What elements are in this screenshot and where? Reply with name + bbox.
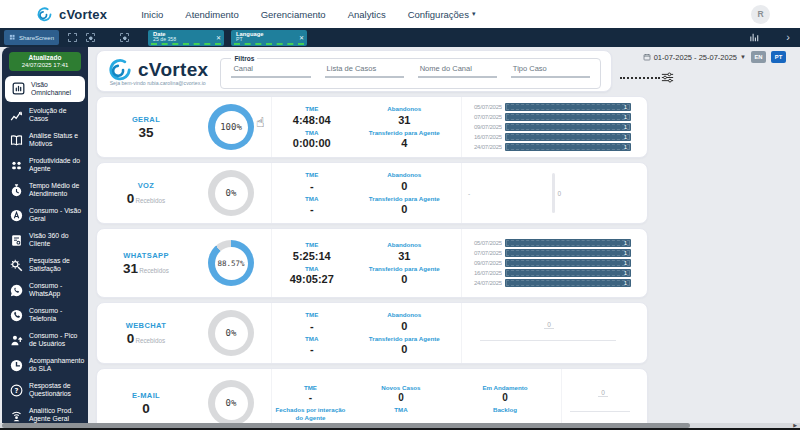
sidebar-item-produtividade-do-agente[interactable]: Produtividade do Agente: [2, 153, 88, 178]
sidebar-item-label: Consumo - WhatsApp: [29, 282, 84, 298]
metric: Novos Casos0: [349, 384, 453, 403]
metric-value: 0: [352, 392, 450, 403]
bar[interactable]: 1: [505, 133, 631, 141]
agent-productivity-icon: [9, 158, 24, 173]
channel-count-row: 0: [97, 401, 195, 416]
bar[interactable]: 1: [505, 103, 631, 111]
bar[interactable]: 1: [505, 259, 631, 267]
sidebar-item-consumo-telefonia[interactable]: Consumo - Telefonia: [2, 303, 88, 328]
filters-fieldset: Filtros CanalLista de CasosNome do Canal…: [220, 55, 601, 89]
channel-card-whatsapp: WHATSAPP31Recebidos88.57%TME5:25:14Aband…: [96, 228, 648, 298]
capture-chip-language[interactable]: LanguagePT✕: [231, 30, 307, 46]
questionnaire-icon: ?: [9, 383, 24, 398]
capture-settings-icon[interactable]: [120, 33, 129, 42]
channel-chart: 0: [561, 369, 641, 430]
sidebar-item-label: Pesquisas de Satisfação: [29, 257, 84, 273]
filter-fields: CanalLista de CasosNome do CanalTipo Cas…: [231, 62, 590, 78]
bar-row: 16/07/20251: [466, 269, 635, 277]
donut-percent: 100%: [220, 122, 242, 132]
sidebar-item-tempo-medio-de-atendimento[interactable]: Tempo Médio de Atendimento: [2, 178, 88, 203]
language-en-button[interactable]: EN: [751, 51, 766, 63]
donut-percent: 0%: [226, 398, 237, 408]
sidebar-item-analise-status-e-motivos[interactable]: Análise Status e Motivos: [2, 128, 88, 153]
bar-track: 1: [505, 103, 635, 111]
close-icon[interactable]: ✕: [216, 34, 221, 41]
chip-progress-underline: [234, 43, 304, 45]
bar[interactable]: 1: [505, 269, 631, 277]
filter-input-canal[interactable]: Canal: [231, 62, 310, 78]
capture-chip-date[interactable]: Date25 de 358✕: [148, 30, 224, 46]
bar-track: 1: [505, 249, 635, 257]
metric: Backlog: [453, 406, 557, 421]
sidebar-item-pesquisas-de-satisfacao[interactable]: Pesquisas de Satisfação: [2, 253, 88, 278]
bar-category-label: 16/07/2025: [466, 270, 502, 276]
columns-chart-icon[interactable]: [749, 32, 760, 43]
language-pt-button[interactable]: PT: [771, 51, 786, 63]
metric-label: TMA: [352, 406, 450, 413]
donut-hole: 0%: [215, 177, 248, 210]
channel-count-suffix: Recebidos: [135, 337, 165, 344]
sidebar-item-visao-omnichannel[interactable]: Visão Omnichannel: [5, 76, 85, 102]
app-logo[interactable]: cVortex: [36, 6, 107, 23]
filter-input-tipo-caso[interactable]: Tipo Caso: [511, 62, 590, 78]
capture-frame-icon[interactable]: [86, 33, 95, 42]
date-controls: 01-07-2025 - 25-07-2025 ▼ EN PT: [643, 51, 786, 63]
sidebar-item-consumo-pico-de-usuarios[interactable]: Consumo - Pico de Usuários: [2, 328, 88, 353]
filter-input-nome-do-canal[interactable]: Nome do Canal: [418, 62, 497, 78]
bar-row: 24/07/20251: [466, 143, 635, 151]
close-icon[interactable]: ✕: [299, 34, 304, 41]
bar[interactable]: 1: [505, 249, 631, 257]
donut-hole: 88.57%: [215, 247, 248, 280]
nav-item-inicio[interactable]: Inicio: [141, 9, 163, 20]
sidebar-item-visao-360-do-cliente[interactable]: Visão 360 do Cliente: [2, 228, 88, 253]
user-avatar[interactable]: R: [751, 5, 770, 24]
metric-label: TMA: [275, 335, 349, 342]
sidebar-item-respostas-de-questionarios[interactable]: ?Respostas de Questionários: [2, 378, 88, 403]
nav-item-analytics[interactable]: Analytics: [348, 9, 386, 20]
bar[interactable]: 1: [505, 143, 631, 151]
bar-row: 24/07/20251: [466, 279, 635, 287]
date-range-picker[interactable]: 01-07-2025 - 25-07-2025 ▼: [643, 53, 746, 62]
sidebar-item-acompanhamento-do-sla[interactable]: Acompanhamento do SLA: [2, 353, 88, 378]
metric-value: -: [275, 180, 349, 192]
filter-input-lista-de-casos[interactable]: Lista de Casos: [325, 62, 404, 78]
metric-label: Transferido para Agente: [355, 129, 454, 136]
select-area-icon[interactable]: [68, 33, 77, 42]
metric-label: Transferido para Agente: [355, 335, 454, 342]
nav-item-configuracoes[interactable]: Configurações▾: [408, 9, 476, 20]
sidebar-item-consumo-visao-geral[interactable]: Consumo - Visão Geral: [2, 203, 88, 228]
donut-wrap: 0%: [195, 170, 267, 216]
metric-label: Transferido para Agente: [355, 195, 454, 202]
bar-track: 1: [505, 279, 635, 287]
metric-value: -: [275, 343, 349, 355]
metric-value: 4: [355, 137, 454, 149]
metric-label: TMA: [275, 129, 349, 136]
chevron-right-icon[interactable]: ›: [786, 32, 790, 43]
channel-count-row: 0Recebidos: [97, 191, 195, 206]
metric: Transferido para Agente0: [352, 195, 457, 215]
metric: TMA: [349, 406, 453, 421]
sidebar-item-evolucao-de-casos[interactable]: Evolução de Casos: [2, 103, 88, 128]
metric: TMA-: [272, 195, 352, 215]
share-screen-button[interactable]: ShareScreen: [4, 30, 59, 45]
sidebar-items: Visão OmnichannelEvolução de CasosAnális…: [2, 75, 88, 428]
nav-item-atendimento[interactable]: Atendimento: [185, 9, 238, 20]
bar[interactable]: 1: [505, 123, 631, 131]
bar[interactable]: 1: [505, 279, 631, 287]
bar[interactable]: 1: [505, 113, 631, 121]
bar-category-label: 05/07/2025: [466, 104, 502, 110]
sliders-filter-icon[interactable]: [660, 70, 675, 85]
channel-count-row: 35: [97, 125, 195, 140]
donut-hole: 0%: [215, 317, 248, 350]
omnichannel-icon: [11, 81, 26, 96]
nav-item-gerenciamento[interactable]: Gerenciamento: [261, 9, 326, 20]
channel-count: 31: [123, 261, 138, 276]
updated-badge-datetime: 24/07/2025 17:41: [11, 62, 79, 69]
channel-count-row: 0Recebidos: [97, 331, 195, 346]
satisfaction-survey-icon: [9, 258, 24, 273]
bar-category-label: 07/07/2025: [466, 114, 502, 120]
metric-value: 0:00:00: [275, 137, 349, 149]
donut-wrap: 0%: [195, 310, 267, 356]
bar[interactable]: 1: [505, 239, 631, 247]
sidebar-item-consumo-whatsapp[interactable]: Consumo - WhatsApp: [2, 278, 88, 303]
